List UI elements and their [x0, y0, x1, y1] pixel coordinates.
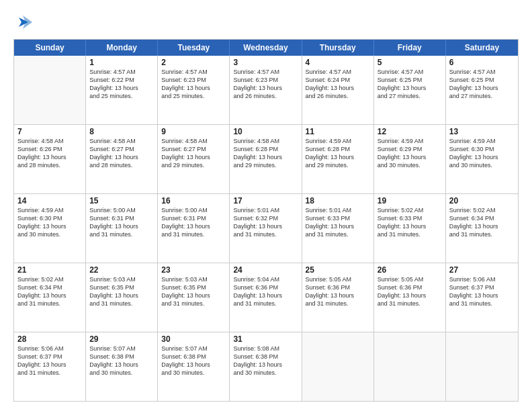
cell-info-line: and 28 minutes. [17, 161, 82, 169]
cell-info-line: Sunrise: 5:01 AM [233, 206, 298, 214]
cell-info-line: Sunrise: 5:01 AM [306, 206, 370, 214]
cell-info-line: and 26 minutes. [233, 92, 298, 100]
cell-info-line: Sunrise: 4:57 AM [378, 68, 442, 76]
cell-info-line: and 31 minutes. [306, 300, 370, 308]
cell-info-line: Sunset: 6:23 PM [233, 76, 298, 84]
cell-info-line: Sunset: 6:24 PM [306, 76, 370, 84]
calendar-cell: 4Sunrise: 4:57 AMSunset: 6:24 PMDaylight… [302, 56, 374, 124]
cell-info-line: Sunset: 6:27 PM [89, 145, 154, 153]
calendar-cell: 8Sunrise: 4:58 AMSunset: 6:27 PMDaylight… [86, 125, 158, 193]
cell-info-line: and 30 minutes. [17, 230, 82, 238]
cell-info-line: Daylight: 13 hours [378, 222, 442, 230]
cell-info-line: Sunrise: 5:06 AM [449, 275, 515, 283]
cell-info-line: Sunrise: 4:57 AM [161, 68, 226, 76]
day-number: 20 [449, 196, 515, 205]
logo [13, 12, 36, 32]
cell-info-line: and 25 minutes. [161, 92, 226, 100]
day-number: 23 [161, 265, 226, 275]
calendar-cell: 1Sunrise: 4:57 AMSunset: 6:22 PMDaylight… [86, 56, 158, 124]
calendar-cell: 11Sunrise: 4:59 AMSunset: 6:28 PMDayligh… [302, 125, 374, 193]
calendar-cell [446, 332, 518, 401]
calendar-cell: 23Sunrise: 5:03 AMSunset: 6:35 PMDayligh… [158, 263, 230, 332]
cell-info-line: and 31 minutes. [378, 230, 442, 238]
calendar-cell: 3Sunrise: 4:57 AMSunset: 6:23 PMDaylight… [230, 56, 302, 124]
header-day-saturday: Saturday [446, 40, 518, 56]
calendar-week-5: 28Sunrise: 5:06 AMSunset: 6:37 PMDayligh… [14, 332, 518, 401]
day-number: 31 [233, 334, 298, 344]
day-number: 3 [233, 58, 298, 67]
cell-info-line: Sunset: 6:27 PM [161, 145, 226, 153]
calendar-cell: 31Sunrise: 5:08 AMSunset: 6:38 PMDayligh… [230, 332, 302, 401]
header-day-tuesday: Tuesday [158, 40, 230, 56]
header-day-friday: Friday [374, 40, 446, 56]
cell-info-line: and 31 minutes. [378, 300, 442, 308]
calendar-cell: 15Sunrise: 5:00 AMSunset: 6:31 PMDayligh… [86, 194, 158, 263]
cell-info-line: and 30 minutes. [89, 369, 154, 377]
day-number: 16 [161, 196, 226, 205]
cell-info-line: Daylight: 13 hours [306, 84, 370, 92]
cell-info-line: Daylight: 13 hours [233, 291, 298, 300]
cell-info-line: and 31 minutes. [449, 300, 515, 308]
cell-info-line: Sunset: 6:25 PM [378, 76, 442, 84]
cell-info-line: Daylight: 13 hours [449, 222, 515, 230]
cell-info-line: Sunset: 6:28 PM [306, 145, 370, 153]
cell-info-line: and 27 minutes. [449, 92, 515, 100]
cell-info-line: and 31 minutes. [306, 230, 370, 238]
day-number: 14 [17, 196, 82, 205]
cell-info-line: Sunset: 6:26 PM [17, 145, 82, 153]
cell-info-line: Sunset: 6:23 PM [161, 76, 226, 84]
cell-info-line: Sunset: 6:38 PM [233, 353, 298, 361]
day-number: 25 [306, 265, 370, 275]
day-number: 8 [89, 127, 154, 136]
cell-info-line: Sunrise: 5:07 AM [161, 345, 226, 353]
cell-info-line: Sunrise: 4:58 AM [17, 137, 82, 145]
cell-info-line: Sunset: 6:35 PM [89, 283, 154, 291]
day-number: 6 [449, 58, 515, 67]
cell-info-line: Sunrise: 4:59 AM [378, 137, 442, 145]
cell-info-line: Sunset: 6:38 PM [161, 353, 226, 361]
cell-info-line: Sunset: 6:34 PM [449, 214, 515, 222]
calendar-cell: 6Sunrise: 4:57 AMSunset: 6:25 PMDaylight… [446, 56, 518, 124]
cell-info-line: and 29 minutes. [306, 161, 370, 169]
cell-info-line: Daylight: 13 hours [233, 84, 298, 92]
calendar-cell: 29Sunrise: 5:07 AMSunset: 6:38 PMDayligh… [86, 332, 158, 401]
calendar-cell: 28Sunrise: 5:06 AMSunset: 6:37 PMDayligh… [14, 332, 86, 401]
cell-info-line: and 25 minutes. [89, 92, 154, 100]
cell-info-line: Sunrise: 5:05 AM [306, 275, 370, 283]
day-number: 28 [17, 334, 82, 344]
day-number: 2 [161, 58, 226, 67]
day-number: 19 [378, 196, 442, 205]
cell-info-line: and 31 minutes. [233, 300, 298, 308]
cell-info-line: and 30 minutes. [233, 369, 298, 377]
cell-info-line: Sunrise: 5:03 AM [89, 275, 154, 283]
cell-info-line: and 31 minutes. [233, 230, 298, 238]
cell-info-line: and 31 minutes. [161, 230, 226, 238]
calendar: SundayMondayTuesdayWednesdayThursdayFrid… [13, 39, 519, 402]
cell-info-line: Sunrise: 4:58 AM [89, 137, 154, 145]
day-number: 30 [161, 334, 226, 344]
day-number: 15 [89, 196, 154, 205]
calendar-cell: 16Sunrise: 5:00 AMSunset: 6:31 PMDayligh… [158, 194, 230, 263]
cell-info-line: and 31 minutes. [17, 369, 82, 377]
cell-info-line: Daylight: 13 hours [378, 291, 442, 300]
cell-info-line: Sunset: 6:36 PM [378, 283, 442, 291]
day-number: 17 [233, 196, 298, 205]
cell-info-line: Sunrise: 5:00 AM [89, 206, 154, 214]
cell-info-line: and 31 minutes. [449, 230, 515, 238]
cell-info-line: and 31 minutes. [89, 230, 154, 238]
cell-info-line: Sunrise: 4:57 AM [233, 68, 298, 76]
day-number: 5 [378, 58, 442, 67]
day-number: 7 [17, 127, 82, 136]
calendar-cell: 17Sunrise: 5:01 AMSunset: 6:32 PMDayligh… [230, 194, 302, 263]
cell-info-line: Sunrise: 4:59 AM [17, 206, 82, 214]
cell-info-line: Daylight: 13 hours [17, 153, 82, 161]
cell-info-line: and 30 minutes. [449, 161, 515, 169]
cell-info-line: Daylight: 13 hours [233, 222, 298, 230]
cell-info-line: Daylight: 13 hours [161, 291, 226, 300]
day-number: 9 [161, 127, 226, 136]
cell-info-line: Sunrise: 5:07 AM [89, 345, 154, 353]
cell-info-line: Sunset: 6:33 PM [378, 214, 442, 222]
calendar-header: SundayMondayTuesdayWednesdayThursdayFrid… [14, 40, 518, 56]
calendar-cell: 5Sunrise: 4:57 AMSunset: 6:25 PMDaylight… [374, 56, 446, 124]
header-day-thursday: Thursday [302, 40, 374, 56]
